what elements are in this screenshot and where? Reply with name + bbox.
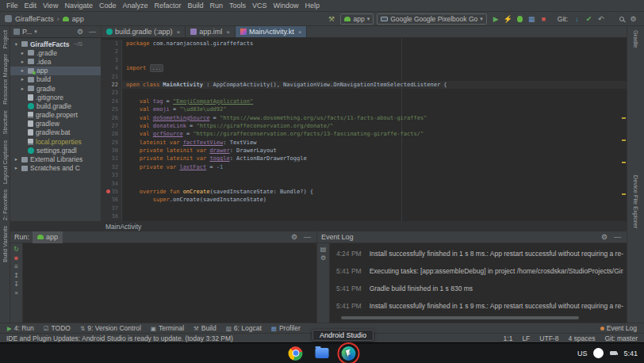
line-number[interactable]: 35 — [102, 188, 122, 196]
code-line[interactable]: 1package com.naranjaconsal.giraffefacts — [102, 40, 627, 48]
line-number[interactable]: 36 — [102, 196, 122, 204]
tool-stripe-gradle[interactable]: Gradle — [632, 30, 639, 48]
tree-item-settings-gradl[interactable]: settings.gradl — [10, 146, 101, 155]
clear-icon[interactable]: × — [10, 289, 22, 296]
event-log-entry[interactable]: 5:41 PMInstall successfully finished in … — [336, 302, 623, 310]
event-log-entry[interactable]: 5:41 PMExecuting tasks: [app:assembleDeb… — [336, 267, 623, 275]
pin-icon[interactable]: ≡ — [10, 263, 22, 270]
code-line[interactable]: 29 lateinit var factTextView: TextView — [102, 139, 627, 147]
tool-stripe-project[interactable]: Project — [2, 30, 9, 48]
code-line[interactable]: 26 val doSomethingSource = "https://www.… — [102, 114, 627, 122]
rerun-icon[interactable]: ↻ — [10, 246, 22, 253]
line-number[interactable]: 21 — [102, 73, 122, 81]
code-line[interactable]: 4import ... — [102, 64, 627, 72]
tool-window-button-event-log[interactable]: Event Log — [596, 324, 641, 332]
breadcrumb-project[interactable]: GiraffeFacts — [15, 15, 54, 23]
tool-window-button-9-version-control[interactable]: ⇅9: Version Control — [76, 324, 145, 332]
code-line[interactable]: 28 val gcfSource = "https://giraffeconse… — [102, 130, 627, 138]
scroll-up-icon[interactable]: ↥ — [10, 272, 22, 279]
tool-window-button-todo[interactable]: ☑TODO — [40, 324, 75, 332]
tree-item-idea[interactable]: ▸.idea — [10, 57, 101, 66]
wrench-icon[interactable]: ⚙ — [317, 254, 329, 262]
account-avatar[interactable] — [593, 348, 604, 358]
breakpoint-icon[interactable] — [106, 189, 110, 193]
stop-icon[interactable]: ■ — [538, 15, 550, 23]
menu-navigate[interactable]: Navigate — [61, 0, 96, 12]
close-tab-icon[interactable]: × — [226, 29, 230, 36]
tool-stripe-resource-manager[interactable]: Resource Manager — [2, 54, 9, 105]
menu-tools[interactable]: Tools — [226, 0, 249, 12]
line-number[interactable]: 4 — [102, 64, 122, 72]
line-number[interactable]: 22 — [102, 81, 122, 89]
search-icon[interactable] — [619, 17, 624, 21]
code-line[interactable]: 27 val donateLink = "https://giraffecons… — [102, 122, 627, 130]
clock[interactable]: 5:41 — [623, 350, 638, 357]
tree-item-giraffefacts[interactable]: ▾GiraffeFacts~/S — [10, 40, 101, 48]
tree-item-gradle-propert[interactable]: gradle.propert — [10, 111, 101, 120]
menu-window[interactable]: Window — [270, 0, 302, 12]
run-tab-app[interactable]: app — [33, 231, 63, 243]
code-line[interactable]: 30 private lateinit var drawer: DrawerLa… — [102, 147, 627, 155]
tree-item-build-gradle[interactable]: build.gradle — [10, 101, 101, 110]
tree-item-gitignore[interactable]: .gitignore — [10, 93, 101, 101]
status-widget-lf[interactable]: LF — [522, 334, 530, 342]
apply-changes-icon[interactable]: ⚡ — [502, 15, 514, 23]
chrome-icon[interactable] — [289, 346, 303, 361]
stop-icon[interactable]: ■ — [10, 254, 22, 262]
run-hide-icon[interactable]: — — [302, 233, 312, 241]
editor-tab-app-iml[interactable]: app.iml× — [186, 26, 236, 37]
status-widget-4-spaces[interactable]: 4 spaces — [568, 334, 595, 342]
status-message[interactable]: IDE and Plugin Updates: Android Studio i… — [6, 334, 233, 342]
tool-stripe-build-variants[interactable]: Build Variants — [2, 226, 9, 262]
close-tab-icon[interactable]: × — [177, 29, 181, 36]
editor-tab-build-gradle-app[interactable]: build.gradle (:app)× — [102, 26, 186, 37]
run-icon[interactable]: ▶ — [490, 15, 502, 23]
run-console[interactable] — [23, 243, 316, 323]
menu-help[interactable]: Help — [302, 0, 324, 12]
tree-item-gradle[interactable]: ▸.gradle — [10, 48, 101, 57]
menu-run[interactable]: Run — [207, 0, 227, 12]
device-dropdown[interactable]: Google Google Pixelbook Go ▾ — [377, 13, 487, 25]
code-line[interactable]: 31 private lateinit var toggle: ActionBa… — [102, 155, 627, 162]
tree-item-build[interactable]: ▸build — [10, 75, 101, 84]
code-line[interactable]: 32 private var lastFact = -1 — [102, 163, 627, 171]
git-commit-icon[interactable]: ✔ — [583, 15, 595, 23]
git-update-icon[interactable]: ↓ — [571, 15, 583, 23]
menu-file[interactable]: File — [3, 0, 21, 12]
menu-build[interactable]: Build — [184, 0, 206, 12]
menu-view[interactable]: View — [40, 0, 61, 12]
line-number[interactable]: 31 — [102, 155, 122, 162]
scrollbar-error-stripe[interactable] — [620, 38, 627, 221]
run-config-dropdown[interactable]: app ▾ — [340, 13, 374, 25]
tool-stripe-layout-captures[interactable]: Layout Captures — [2, 140, 9, 184]
debug-icon[interactable] — [517, 16, 523, 22]
code-line[interactable]: 35 override fun onCreate(savedInstanceSt… — [102, 188, 627, 196]
system-tray[interactable]: US 5:41 — [577, 348, 638, 358]
menu-refactor[interactable]: Refactor — [151, 0, 184, 12]
build-hammer-icon[interactable]: ⚒ — [325, 15, 337, 23]
code-line[interactable]: 34 — [102, 180, 627, 188]
tool-window-button-build[interactable]: ⚒Build — [190, 324, 220, 332]
line-number[interactable]: 24 — [102, 97, 122, 105]
code-line[interactable]: 38 — [102, 212, 627, 220]
tree-item-external-libraries[interactable]: ▸External Libraries — [10, 155, 101, 163]
tool-stripe-structure[interactable]: Structure — [2, 110, 9, 134]
panel-settings-gear-icon[interactable]: ⚙ — [75, 28, 85, 36]
editor-tab-mainactivity-kt[interactable]: MainActivity.kt× — [236, 26, 308, 37]
tool-window-button-4-run[interactable]: ▶4: Run — [3, 324, 38, 332]
panel-hide-icon[interactable]: — — [87, 28, 98, 36]
tool-window-button-terminal[interactable]: ▣Terminal — [147, 324, 188, 332]
breadcrumb-class[interactable]: MainActivity — [105, 223, 141, 231]
tool-window-button-6-logcat[interactable]: ▥6: Logcat — [222, 324, 266, 332]
menu-vcs[interactable]: VCS — [249, 0, 270, 12]
code-editor[interactable]: 1package com.naranjaconsal.giraffefacts2… — [102, 38, 627, 221]
tree-item-gradlew-bat[interactable]: gradlew.bat — [10, 128, 101, 137]
code-line[interactable]: 22open class MainActivity : AppCompatAct… — [102, 81, 627, 89]
line-number[interactable]: 38 — [102, 212, 122, 220]
line-number[interactable]: 25 — [102, 105, 122, 113]
soft-wrap-icon[interactable]: ▤ — [317, 246, 329, 253]
line-number[interactable]: 2 — [102, 48, 122, 55]
line-number[interactable]: 32 — [102, 163, 122, 171]
code-line[interactable]: 24 val tag = "EmojiCompatApplication" — [102, 97, 627, 105]
scroll-down-icon[interactable]: ↧ — [10, 281, 22, 288]
